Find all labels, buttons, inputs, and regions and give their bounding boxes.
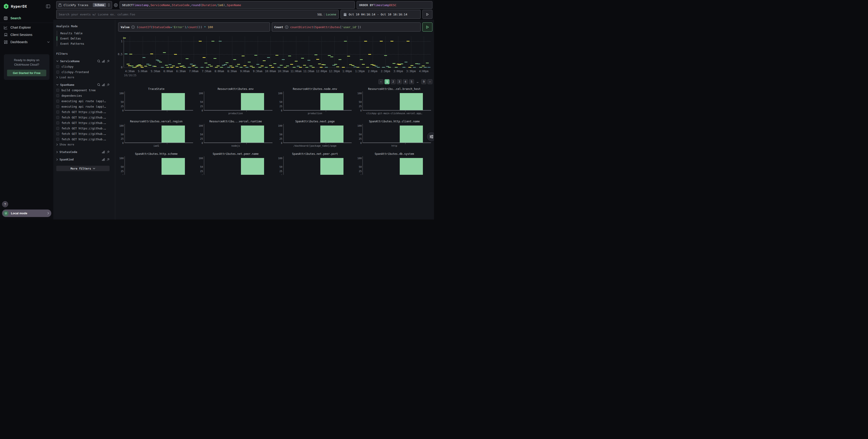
delta-data-point — [273, 63, 276, 64]
breakdown-chart[interactable]: SpanAttributes.next.page02550100/dashboa… — [277, 120, 353, 148]
brand-title: HyperDX — [11, 4, 27, 9]
pagination-next-button[interactable]: › — [427, 79, 432, 84]
filter-item[interactable]: fetch GET https://github.… — [56, 110, 110, 114]
date-range-picker[interactable]: Oct 10 04:16:14 - Oct 10 16:16:14 — [341, 10, 421, 19]
pin-icon[interactable] — [106, 60, 110, 63]
delta-data-point — [382, 67, 385, 68]
value-expression-input[interactable]: Value (countIf(StatusCode='Error')/count… — [118, 23, 270, 32]
pagination-page-5[interactable]: 5 — [409, 79, 414, 84]
filter-item[interactable]: clickpy — [56, 65, 110, 68]
y-axis-tick-label: 0 — [360, 142, 362, 144]
analysis-mode-item[interactable]: Results Table — [57, 31, 110, 36]
filter-item[interactable]: fetch GET https://github.… — [56, 138, 110, 141]
search-icon[interactable] — [97, 60, 100, 63]
sidebar-item-chart-explorer[interactable]: Chart Explorer — [0, 24, 53, 31]
breakdown-chart[interactable]: TraceState02550100 — [118, 87, 194, 115]
checkbox[interactable] — [56, 116, 59, 119]
code-token: ( — [200, 3, 202, 7]
checkbox[interactable] — [56, 138, 59, 141]
filter-item[interactable]: clickpy-frontend — [56, 70, 110, 74]
laptop-icon — [4, 33, 8, 36]
sidebar-item-client-sessions[interactable]: Client Sessions — [0, 31, 53, 38]
filter-item[interactable]: build component tree — [56, 89, 110, 92]
lucene-mode-option[interactable]: Lucene — [326, 13, 336, 16]
analysis-mode-item[interactable]: Event Deltas — [57, 36, 110, 41]
filter-item[interactable]: executing api route (app)… — [56, 99, 110, 103]
pagination-page-3[interactable]: 3 — [397, 79, 402, 84]
search-run-button[interactable] — [423, 10, 432, 19]
breakdown-chart[interactable]: ResourceAttribu...vercel.runtime02550100… — [197, 120, 274, 148]
bar-chart-icon[interactable] — [102, 84, 105, 86]
sidebar-item-search[interactable]: Search — [0, 14, 53, 22]
delta-data-point — [323, 64, 326, 65]
analysis-mode-item[interactable]: Event Patterns — [57, 41, 110, 46]
pin-icon[interactable] — [106, 150, 110, 153]
bar-chart-icon[interactable] — [102, 60, 105, 63]
breakdown-chart[interactable]: ResourceAttributes.env02550100production — [197, 87, 274, 115]
checkbox[interactable] — [56, 121, 59, 124]
pin-icon[interactable] — [106, 158, 110, 161]
filter-section-header[interactable]: SpanName — [56, 83, 110, 86]
search-input[interactable] — [59, 13, 316, 16]
checkbox[interactable] — [56, 100, 59, 103]
pagination-page-2[interactable]: 2 — [391, 79, 396, 84]
breakdown-chart[interactable]: SpanAttributes.db.system02550100clickhou… — [356, 152, 432, 175]
sidebar-item-dashboards[interactable]: Dashboards — [0, 38, 53, 46]
checkbox[interactable] — [56, 89, 59, 92]
filter-item[interactable]: fetch GET https://github.… — [56, 127, 110, 130]
pagination-page-9[interactable]: 9 — [421, 79, 426, 84]
filter-item-label: fetch GET https://github.… — [61, 138, 106, 141]
filter-item[interactable]: dependencies — [56, 94, 110, 97]
search-icon[interactable] — [97, 83, 100, 86]
breakdown-chart[interactable]: ResourceAttributes.node.env02550100produ… — [277, 87, 353, 115]
filter-section-header[interactable]: ServiceName — [56, 59, 110, 63]
more-filters-button[interactable]: More filters — [56, 166, 110, 171]
source-select[interactable]: ClickPy Traces Schema — [56, 1, 112, 9]
filter-item[interactable]: fetch GET https://github.… — [56, 116, 110, 119]
gear-icon[interactable] — [114, 3, 118, 7]
filter-item[interactable]: fetch GET https://github.… — [56, 132, 110, 136]
event-deltas-chart[interactable]: 00.514:30am5:00am5:30am6:00am6:30am7:00a… — [118, 33, 432, 78]
code-token: , — [170, 3, 172, 7]
filter-footer-load-more[interactable]: Load more — [56, 76, 110, 79]
breakdown-chart[interactable]: SpanAttributes.http.client.name02550100h… — [356, 120, 432, 148]
delta-data-point — [254, 55, 257, 56]
checkbox[interactable] — [56, 65, 59, 68]
checkbox[interactable] — [56, 70, 59, 74]
sql-mode-option[interactable]: SQL — [317, 13, 322, 16]
y-axis-tick-label: 0 — [202, 109, 203, 112]
breakdown-chart[interactable]: ResourceAttributes.vercel.region02550100… — [118, 120, 194, 148]
checkbox[interactable] — [56, 111, 59, 114]
filter-footer-show-more[interactable]: Show more — [56, 143, 110, 146]
breakdown-chart[interactable]: ResourceAttribu..cel.branch_host02550100… — [356, 87, 432, 115]
checkbox[interactable] — [56, 94, 59, 97]
breakdown-chart-title: SpanAttributes.http.client.name — [356, 120, 432, 124]
run-query-button[interactable] — [423, 23, 432, 32]
bar-chart-icon[interactable] — [102, 151, 105, 153]
user-menu[interactable]: U Local mode — [2, 209, 51, 217]
checkbox[interactable] — [56, 105, 59, 108]
filter-section-spanname: SpanNamebuild component treedependencies… — [56, 83, 110, 146]
y-axis-tick-label: 50 — [200, 133, 203, 136]
breakdown-chart[interactable]: SpanAttributes.net.peer.port025501008443 — [277, 152, 353, 175]
pagination-page-1[interactable]: 1 — [384, 79, 390, 84]
checkbox[interactable] — [56, 127, 59, 130]
checkbox[interactable] — [56, 132, 59, 135]
filter-section-header[interactable]: StatusCode — [56, 150, 110, 154]
get-started-button[interactable]: Get Started for Free — [7, 70, 46, 76]
breakdown-chart[interactable]: SpanAttributes.net.peer.name02550100z5nr… — [197, 152, 274, 175]
breakdown-chart[interactable]: SpanAttributes.http.scheme02550100https — [118, 152, 194, 175]
sidebar-collapse-icon[interactable] — [46, 4, 50, 8]
filter-item[interactable]: fetch GET https://github.… — [56, 121, 110, 125]
sql-editor[interactable]: SELECT Timestamp, ServiceName, StatusCod… — [120, 1, 355, 9]
filter-item[interactable]: executing api route (app)… — [56, 105, 110, 108]
pin-icon[interactable] — [106, 83, 110, 86]
order-by-editor[interactable]: ORDER BY Timestamp DESC — [356, 1, 432, 9]
count-expression-input[interactable]: Count countDistinct(SpanAttributes['user… — [272, 23, 421, 32]
nav-divider — [0, 23, 53, 23]
pagination-page-4[interactable]: 4 — [403, 79, 408, 84]
pagination-prev-button[interactable]: ‹ — [378, 79, 383, 84]
filter-section-header[interactable]: SpanKind — [56, 158, 110, 161]
bar-chart-icon[interactable] — [102, 158, 105, 161]
help-button[interactable]: ? — [2, 201, 8, 207]
